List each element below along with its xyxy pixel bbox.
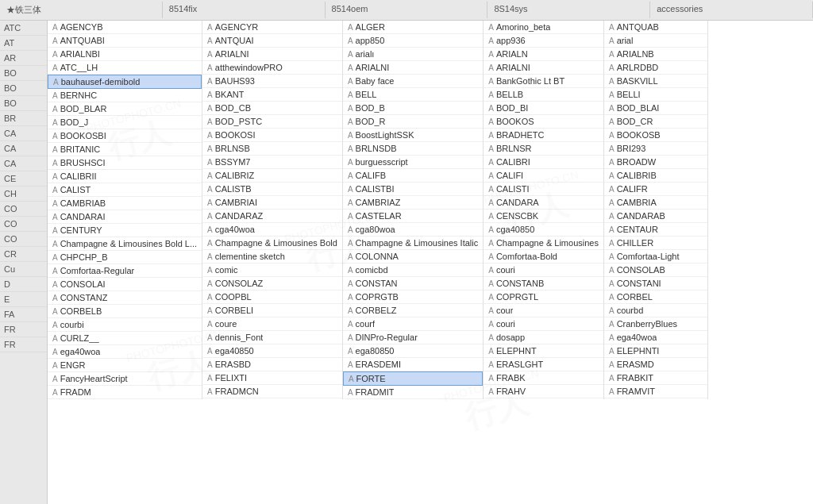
font-list-item[interactable]: A CALISTI [484, 183, 603, 196]
font-list-item[interactable]: A ega40woa [48, 345, 202, 359]
font-list-item[interactable]: A ANTQUAI [202, 34, 342, 48]
font-list-item[interactable]: A BOD_BLAI [604, 102, 708, 115]
font-list-item[interactable]: A CALIBRI [484, 156, 603, 169]
font-list-item[interactable]: A CANDARAI [48, 210, 202, 224]
sidebar-item-8[interactable]: CA [0, 126, 47, 141]
font-list-item[interactable]: A BOD_CR [604, 115, 708, 129]
font-list-item[interactable]: A bauhausef-demibold [48, 75, 202, 89]
font-list-item[interactable]: A FRAMVIT [604, 385, 708, 398]
font-list-item[interactable]: A BOOKOSBI [48, 129, 202, 143]
font-list-item[interactable]: A BERNHC [48, 89, 202, 102]
font-list-item[interactable]: A ERASBD [202, 358, 342, 371]
font-list-item[interactable]: A BOD_BI [484, 102, 603, 115]
font-list-item[interactable]: A CAMBRIA [604, 196, 708, 210]
font-list-item[interactable]: A couri [484, 317, 603, 331]
font-list-item[interactable]: A CANDARAB [604, 210, 708, 223]
font-list-item[interactable]: A ANTQUABI [48, 34, 202, 48]
font-list-item[interactable]: A courbi [48, 318, 202, 332]
font-list-item[interactable]: A COPRGTB [343, 290, 483, 304]
font-list-item[interactable]: A CALIBRIB [604, 169, 708, 183]
font-list-item[interactable]: A CranberryBlues [604, 317, 708, 331]
font-list-item[interactable]: A CANDARA [484, 196, 603, 210]
font-list-item[interactable]: A Comfortaa-Regular [48, 264, 202, 278]
font-list-item[interactable]: A atthewindowPRO [202, 61, 342, 75]
font-list-item[interactable]: A Champagne & Limousines [484, 237, 603, 250]
font-list-item[interactable]: A BRLNSDB [343, 142, 483, 156]
font-list-item[interactable]: A CURLZ__ [48, 332, 202, 345]
font-list-item[interactable]: A app850 [343, 34, 483, 48]
font-list-item[interactable]: A CENTAUR [604, 223, 708, 237]
sidebar-item-10[interactable]: CA [0, 156, 47, 171]
font-list-item[interactable]: A CORBEL [604, 290, 708, 304]
sidebar-item-3[interactable]: AR [0, 51, 47, 66]
font-list-item[interactable]: A ARIALNBI [48, 48, 202, 61]
font-list-item[interactable]: A BRITANIC [48, 143, 202, 156]
sidebar-item-5[interactable]: BO [0, 81, 47, 96]
font-list-item[interactable]: A BOOKOSB [604, 129, 708, 142]
sidebar-item-21[interactable]: FR [0, 322, 47, 337]
font-list-item[interactable]: A CORBELI [202, 304, 342, 317]
font-list-item[interactable]: A Champagne & Limousines Bold [202, 237, 342, 250]
font-list-item[interactable]: A CONSOLAB [604, 264, 708, 277]
font-list-item[interactable]: A FancyHeartScript [48, 372, 202, 386]
font-list-item[interactable]: A BOD_R [343, 115, 483, 129]
font-list-item[interactable]: A CENSCBK [484, 210, 603, 223]
font-list-item[interactable]: A AGENCYR [202, 21, 342, 34]
font-list-item[interactable]: A Champagne & Limousines Bold L... [48, 237, 202, 251]
font-list-item[interactable]: A courf [343, 317, 483, 331]
font-list-item[interactable]: A CANDARAZ [202, 210, 342, 223]
sidebar-item-7[interactable]: BR [0, 111, 47, 126]
font-list-item[interactable]: A cour [484, 304, 603, 317]
sidebar-item-9[interactable]: CA [0, 141, 47, 156]
font-list-item[interactable]: A Champagne & Limousines Italic [343, 237, 483, 250]
font-list-item[interactable]: A ELEPHNT [484, 344, 603, 358]
font-list-item[interactable]: A CHILLER [604, 237, 708, 250]
font-list-item[interactable]: A comic [202, 264, 342, 277]
font-list-item[interactable]: A CORBELZ [343, 304, 483, 317]
font-list-item[interactable]: A BROADW [604, 156, 708, 169]
font-list-item[interactable]: A ARIALN [484, 48, 603, 61]
font-list-item[interactable]: A BOD_CB [202, 102, 342, 115]
font-list-item[interactable]: A BKANT [202, 88, 342, 102]
font-list-item[interactable]: A ega80850 [343, 344, 483, 358]
font-list-item[interactable]: A couri [484, 264, 603, 277]
font-list-item[interactable]: A Comfortaa-Bold [484, 250, 603, 264]
font-list-item[interactable]: A ALGER [343, 21, 483, 34]
sidebar-item-22[interactable]: FR [0, 337, 47, 352]
font-list-item[interactable]: A Comfortaa-Light [604, 250, 708, 264]
font-list-item[interactable]: A FORTE [343, 371, 483, 386]
font-list-item[interactable]: A BSSYM7 [202, 156, 342, 169]
sidebar-item-19[interactable]: E [0, 292, 47, 307]
sidebar-item-6[interactable]: BO [0, 96, 47, 111]
font-list-item[interactable]: A ENGR [48, 359, 202, 372]
font-list-item[interactable]: A CALIST [48, 183, 202, 197]
font-list-item[interactable]: A CALIFI [484, 169, 603, 183]
font-list-item[interactable]: A ega40850 [202, 344, 342, 358]
font-list-item[interactable]: A ERASDEMI [343, 358, 483, 371]
sidebar-item-16[interactable]: CR [0, 247, 47, 262]
font-list-item[interactable]: A ARIALNB [604, 48, 708, 61]
font-list-item[interactable]: A BOOKOS [484, 115, 603, 129]
font-list-item[interactable]: A CALIBRII [48, 170, 202, 183]
font-list-item[interactable]: A CONSTANZ [48, 291, 202, 305]
sidebar-item-15[interactable]: CO [0, 232, 47, 247]
font-list-item[interactable]: A ARIALNI [484, 61, 603, 75]
sidebar-item-12[interactable]: CH [0, 187, 47, 202]
font-list-item[interactable]: A BOD_B [343, 102, 483, 115]
sidebar-item-17[interactable]: Cu [0, 262, 47, 277]
font-list-item[interactable]: A CAMBRIAB [48, 197, 202, 210]
font-list-item[interactable]: A clementine sketch [202, 250, 342, 264]
font-list-item[interactable]: A AGENCYB [48, 21, 202, 34]
font-list-item[interactable]: A ARLRDBD [604, 61, 708, 75]
font-list-item[interactable]: A comicbd [343, 264, 483, 277]
font-list-item[interactable]: A Amorino_beta [484, 21, 603, 34]
font-list-item[interactable]: A BOD_PSTC [202, 115, 342, 129]
sidebar-item-13[interactable]: CO [0, 202, 47, 217]
font-list-item[interactable]: A CALISTBI [343, 183, 483, 196]
font-list-item[interactable]: A BELLB [484, 88, 603, 102]
sidebar-item-18[interactable]: D [0, 277, 47, 292]
font-list-item[interactable]: A FRADMIT [343, 386, 483, 399]
font-list-item[interactable]: A BRADHETC [484, 129, 603, 142]
font-list-item[interactable]: A cga80woa [343, 223, 483, 237]
sidebar-item-14[interactable]: CO [0, 217, 47, 232]
